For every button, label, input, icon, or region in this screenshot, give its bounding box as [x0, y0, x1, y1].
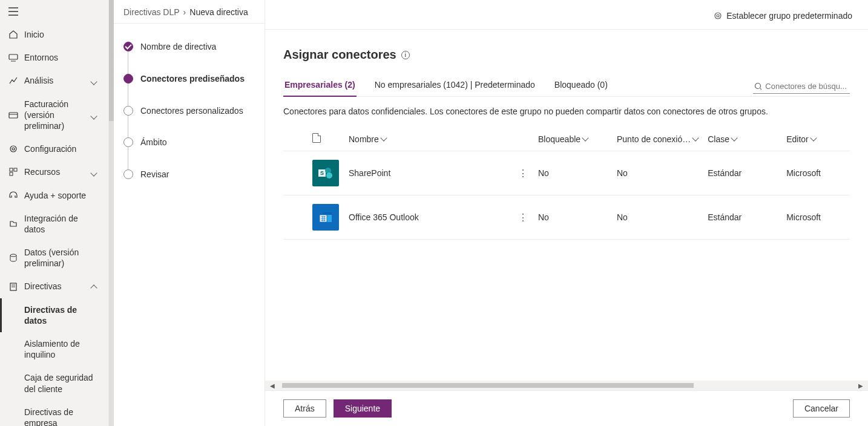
col-header-endpoint[interactable]: Punto de conexió… [612, 127, 703, 151]
left-nav-scrollbar[interactable] [109, 0, 114, 426]
col-header-blockable[interactable]: Bloqueable [533, 127, 612, 151]
step-label: Conectores personalizados [140, 106, 243, 116]
left-nav: Inicio Entornos Análisis Facturación (ve… [0, 0, 109, 426]
table-row[interactable]: Office 365 Outlook ⋮ No No Estándar Micr… [283, 195, 850, 240]
scroll-track[interactable] [276, 382, 857, 389]
horizontal-scrollbar[interactable]: ◀ ▶ [265, 381, 868, 390]
svg-text:S: S [320, 170, 324, 176]
nav-data[interactable]: Datos (versión preliminar) [0, 241, 108, 275]
content-area: Asignar conectores i Empresariales (2) N… [265, 30, 868, 390]
nav-label: Análisis [24, 75, 91, 86]
data-integration-icon [8, 219, 18, 229]
scroll-left-icon[interactable]: ◀ [269, 382, 276, 389]
scroll-thumb[interactable] [282, 383, 694, 388]
top-action-label: Establecer grupo predeterminado [726, 11, 852, 21]
nav-policies[interactable]: Directivas [0, 275, 108, 298]
nav-label: Configuración [24, 143, 100, 154]
nav-enterprise-policies[interactable]: Directivas de empresa [0, 401, 108, 426]
step-dot-current-icon [123, 74, 133, 84]
cell-publisher: Microsoft [781, 151, 850, 195]
col-header-publisher[interactable]: Editor [781, 127, 850, 151]
breadcrumb-current: Nueva directiva [189, 7, 248, 17]
step-prebuilt-connectors[interactable]: Conectores prediseñados [123, 74, 255, 106]
scroll-right-icon[interactable]: ▶ [857, 382, 864, 389]
step-line [128, 147, 128, 169]
step-line [128, 51, 128, 74]
chevron-down-icon [91, 111, 100, 119]
cancel-button[interactable]: Cancelar [793, 399, 850, 418]
cell-name: SharePoint [344, 151, 513, 195]
step-label: Revisar [140, 169, 169, 180]
cell-blockable: No [533, 195, 612, 240]
nav-customer-lockbox[interactable]: Caja de seguridad del cliente [0, 366, 108, 400]
tab-non-business[interactable]: No empresariales (1042) | Predeterminado [373, 75, 536, 97]
nav-label: Inicio [24, 29, 100, 40]
tab-business[interactable]: Empresariales (2) [283, 75, 357, 97]
nav-settings[interactable]: Configuración [0, 137, 108, 160]
search-icon [754, 82, 761, 91]
info-icon[interactable]: i [401, 51, 410, 59]
nav-label: Integración de datos [24, 213, 100, 235]
cell-class: Estándar [703, 195, 781, 240]
data-icon [8, 253, 18, 263]
svg-rect-0 [9, 54, 18, 59]
nav-data-policies[interactable]: Directivas de datos [0, 298, 108, 332]
step-dot-icon [123, 169, 133, 179]
step-review[interactable]: Revisar [123, 169, 255, 180]
policies-icon [8, 282, 18, 292]
svg-rect-1 [9, 113, 18, 118]
tabs-row: Empresariales (2) No empresariales (1042… [283, 75, 850, 97]
cell-class: Estándar [703, 151, 781, 195]
nav-data-integration[interactable]: Integración de datos [0, 207, 108, 241]
next-button[interactable]: Siguiente [334, 399, 392, 418]
support-icon [8, 191, 18, 200]
nav-label: Datos (versión preliminar) [24, 247, 100, 269]
analytics-icon [8, 76, 18, 85]
step-policy-name[interactable]: Nombre de directiva [123, 42, 255, 74]
connectors-table-wrap: Nombre Bloqueable Punto de conexió… Clas… [283, 127, 850, 381]
col-header-class[interactable]: Clase [703, 127, 781, 151]
page-title-text: Asignar conectores [283, 48, 396, 62]
step-label: Ámbito [140, 137, 167, 148]
cell-publisher: Microsoft [781, 195, 850, 240]
nav-label: Caja de seguridad del cliente [24, 372, 100, 394]
chevron-down-icon [380, 134, 387, 141]
resources-icon [8, 167, 18, 177]
col-header-select[interactable] [283, 127, 307, 151]
cell-endpoint: No [612, 151, 703, 195]
nav-label: Ayuda + soporte [24, 190, 100, 201]
col-header-name[interactable]: Nombre [344, 127, 513, 151]
nav-analytics[interactable]: Análisis [0, 69, 108, 92]
tab-blocked[interactable]: Bloqueado (0) [553, 75, 609, 97]
nav-tenant-isolation[interactable]: Aislamiento de inquilino [0, 332, 108, 366]
col-header-menu [513, 127, 533, 151]
nav-support[interactable]: Ayuda + soporte [0, 184, 108, 207]
search-input[interactable] [765, 82, 849, 91]
step-scope[interactable]: Ámbito [123, 137, 255, 169]
search-box[interactable] [753, 79, 850, 94]
step-label: Conectores prediseñados [140, 74, 245, 84]
nav-label: Aislamiento de inquilino [24, 338, 100, 360]
nav-label: Facturación (versión preliminar) [24, 99, 91, 132]
svg-point-10 [717, 15, 719, 17]
nav-home[interactable]: Inicio [0, 23, 108, 46]
row-more-button[interactable]: ⋮ [518, 168, 528, 179]
stepper-pane: Directivas DLP › Nueva directiva Nombre … [114, 0, 265, 426]
step-custom-connectors[interactable]: Conectores personalizados [123, 106, 255, 138]
nav-billing[interactable]: Facturación (versión preliminar) [0, 93, 108, 138]
outlook-icon [312, 204, 339, 231]
breadcrumb-parent[interactable]: Directivas DLP [123, 7, 180, 17]
svg-point-7 [10, 254, 16, 257]
step-dot-icon [123, 137, 133, 147]
nav-resources[interactable]: Recursos [0, 160, 108, 183]
file-icon [312, 133, 321, 143]
hamburger-button[interactable] [0, 0, 108, 23]
col-header-icon [307, 127, 344, 151]
nav-environments[interactable]: Entornos [0, 46, 108, 69]
svg-rect-4 [10, 168, 13, 171]
back-button[interactable]: Atrás [283, 399, 326, 418]
set-default-group-button[interactable]: Establecer grupo predeterminado [709, 8, 856, 23]
table-row[interactable]: S SharePoint ⋮ No No Estándar Microsoft [283, 151, 850, 195]
row-more-button[interactable]: ⋮ [518, 212, 528, 223]
chevron-down-icon [731, 134, 737, 141]
